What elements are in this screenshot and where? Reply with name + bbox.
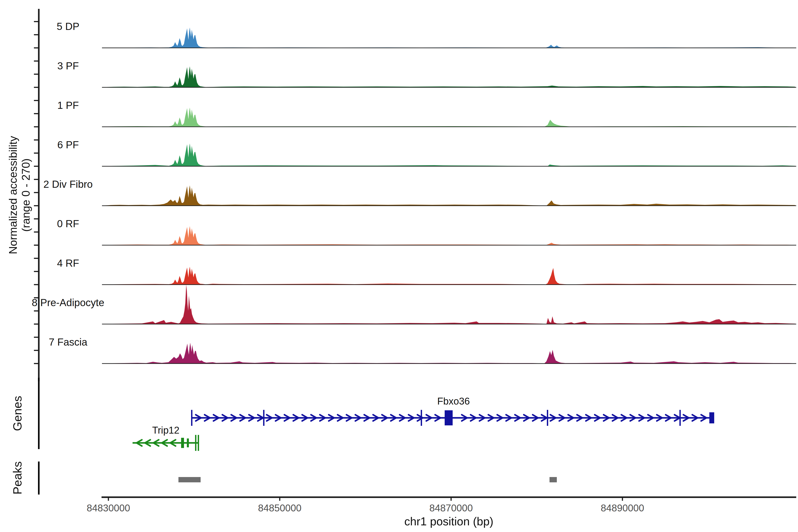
track-label-5: 0 RF <box>57 218 79 230</box>
track-area-4 <box>102 185 796 206</box>
track-label-2: 1 PF <box>57 99 79 111</box>
gene-exon-box <box>181 438 184 448</box>
track-label-7: 8 Pre-Adipocyte <box>32 297 104 308</box>
gene-exon-box <box>187 438 189 447</box>
gene-exon-box <box>445 410 453 425</box>
gene-label-trip12: Trip12 <box>152 425 179 436</box>
track-label-3: 6 PF <box>57 139 79 151</box>
y-axis-label: Normalized accessibility (range 0 - 270) <box>7 136 32 254</box>
genome-tracks-plot <box>0 0 798 532</box>
section-label-genes: Genes <box>11 396 24 431</box>
peak-rect-1 <box>550 477 557 482</box>
track-area-5 <box>102 226 796 245</box>
track-area-8 <box>102 343 796 363</box>
track-area-2 <box>102 108 796 127</box>
track-label-1: 3 PF <box>57 60 79 72</box>
x-axis-title: chr1 position (bp) <box>404 515 493 528</box>
coverage-figure: Normalized accessibility (range 0 - 270)… <box>0 0 798 532</box>
gene-label-fbxo36: Fbxo36 <box>437 396 470 407</box>
peak-rect-0 <box>178 477 201 482</box>
section-label-peaks: Peaks <box>11 461 24 495</box>
gene-exon-box <box>709 412 714 423</box>
x-tick-label-0: 84830000 <box>87 502 130 514</box>
y-axis-label-line2: (range 0 - 270) <box>19 136 32 254</box>
track-area-7 <box>102 285 796 324</box>
track-label-6: 4 RF <box>57 257 79 269</box>
x-tick-label-1: 84850000 <box>258 502 302 514</box>
track-area-0 <box>102 27 796 48</box>
track-area-3 <box>102 144 796 166</box>
track-area-1 <box>102 66 796 87</box>
track-area-6 <box>102 267 796 285</box>
y-axis-label-line1: Normalized accessibility <box>7 136 19 254</box>
track-label-4: 2 Div Fibro <box>43 178 93 190</box>
track-label-8: 7 Fascia <box>49 336 87 348</box>
track-label-0: 5 DP <box>57 20 79 32</box>
x-tick-label-2: 84870000 <box>430 502 473 514</box>
x-tick-label-3: 84890000 <box>601 502 644 514</box>
